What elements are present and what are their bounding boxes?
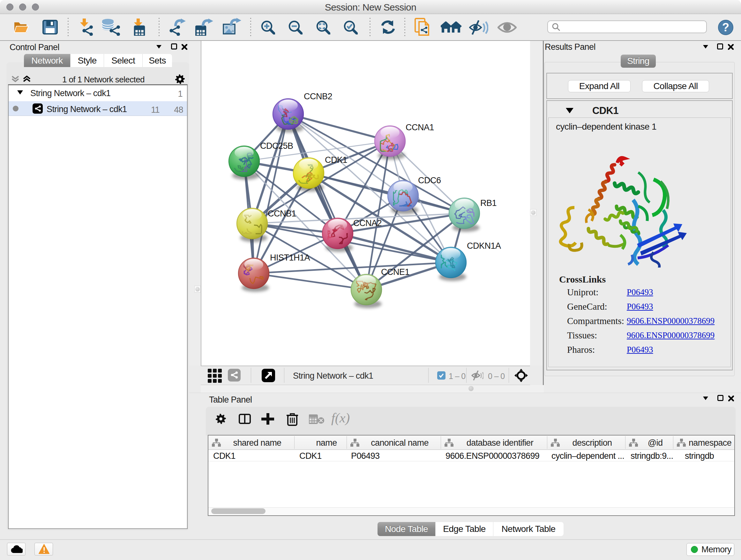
svg-text:CCNE1: CCNE1 [381, 267, 409, 277]
svg-text:HIST1H1A: HIST1H1A [270, 253, 310, 262]
svg-text:CCNA1: CCNA1 [406, 123, 434, 132]
svg-text:RB1: RB1 [480, 198, 496, 208]
svg-text:CDC25B: CDC25B [260, 141, 293, 151]
svg-text:CCNA2: CCNA2 [353, 219, 382, 228]
svg-text:CCNB2: CCNB2 [304, 91, 332, 101]
svg-text:CCNB1: CCNB1 [268, 209, 296, 219]
svg-text:CDKN1A: CDKN1A [467, 241, 501, 251]
svg-text:CDK1: CDK1 [325, 155, 347, 165]
svg-text:?: ? [722, 21, 729, 34]
svg-text:CDC6: CDC6 [418, 176, 441, 185]
